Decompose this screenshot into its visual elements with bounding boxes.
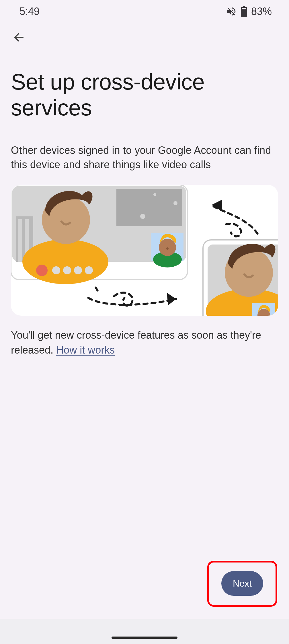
svg-point-19 — [36, 265, 48, 276]
svg-rect-7 — [18, 219, 22, 262]
svg-point-12 — [173, 201, 177, 205]
footer-text: You'll get new cross-device features as … — [11, 328, 278, 358]
status-bar: 5:49 83% — [0, 0, 289, 23]
svg-point-18 — [166, 247, 169, 250]
svg-rect-9 — [116, 189, 182, 226]
main-content: Set up cross-device services Other devic… — [0, 69, 289, 358]
svg-rect-1 — [243, 6, 245, 7]
svg-marker-31 — [167, 293, 176, 305]
volume-muted-icon — [226, 6, 237, 17]
svg-point-13 — [22, 239, 108, 284]
battery-icon — [241, 6, 247, 17]
back-button[interactable] — [10, 28, 28, 46]
svg-point-10 — [140, 214, 145, 219]
how-it-works-link[interactable]: How it works — [56, 344, 115, 356]
arrow-left-icon — [13, 31, 25, 43]
page-subtitle: Other devices signed in to your Google A… — [11, 143, 278, 172]
svg-marker-30 — [212, 200, 222, 211]
svg-point-23 — [85, 266, 93, 274]
svg-rect-2 — [242, 8, 246, 9]
svg-point-22 — [74, 266, 82, 274]
system-nav-bar — [0, 619, 289, 644]
battery-percent: 83% — [251, 5, 272, 18]
status-time: 5:49 — [19, 5, 40, 17]
gesture-bar — [112, 637, 177, 639]
next-button[interactable]: Next — [221, 571, 263, 596]
page-title: Set up cross-device services — [11, 69, 278, 121]
hero-illustration — [11, 185, 278, 316]
svg-point-20 — [52, 266, 60, 274]
footer-prefix: You'll get new cross-device features as … — [11, 329, 261, 356]
svg-point-21 — [63, 266, 71, 274]
svg-point-11 — [153, 193, 156, 196]
